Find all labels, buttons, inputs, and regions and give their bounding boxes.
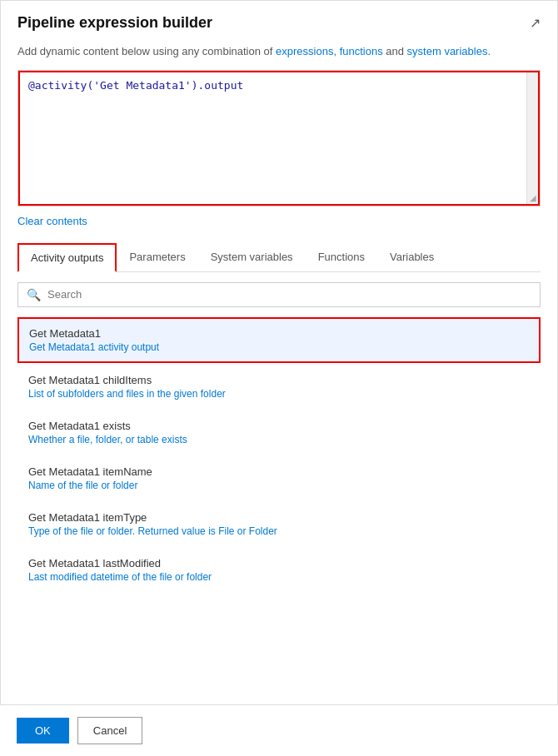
tabs-bar: Activity outputs Parameters System varia… <box>17 242 541 272</box>
list-item[interactable]: Get Metadata1 itemName Name of the file … <box>17 456 541 500</box>
tab-variables[interactable]: Variables <box>377 243 446 272</box>
cancel-button[interactable]: Cancel <box>77 717 142 744</box>
clear-contents-link[interactable]: Clear contents <box>1 206 557 236</box>
list-item[interactable]: Get Metadata1 Get Metadata1 activity out… <box>17 317 541 363</box>
subtitle: Add dynamic content below using any comb… <box>1 40 557 70</box>
search-box: 🔍 <box>17 282 541 307</box>
tab-functions[interactable]: Functions <box>306 243 377 272</box>
expression-input-box: @activity('Get Metadata1').output ◢ <box>18 71 540 206</box>
pipeline-expression-builder-dialog: Pipeline expression builder ↗ Add dynami… <box>0 0 558 756</box>
list-item-desc: Whether a file, folder, or table exists <box>28 434 530 445</box>
search-icon: 🔍 <box>27 288 41 301</box>
textarea-scrollbar[interactable] <box>526 72 538 204</box>
tab-parameters[interactable]: Parameters <box>117 243 197 272</box>
system-variables-link[interactable]: system variables. <box>407 45 491 57</box>
list-item-desc: Get Metadata1 activity output <box>29 341 529 353</box>
expression-textarea[interactable]: @activity('Get Metadata1').output <box>20 72 538 201</box>
dialog-footer: OK Cancel <box>0 704 558 756</box>
dialog-title: Pipeline expression builder <box>17 14 212 32</box>
expressions-link[interactable]: expressions, <box>276 45 336 57</box>
list-item-title: Get Metadata1 childItems <box>28 374 530 386</box>
list-item-desc: Type of the file or folder. Returned val… <box>28 525 530 537</box>
resize-handle[interactable]: ◢ <box>530 194 536 202</box>
list-item-desc: Name of the file or folder <box>28 480 530 491</box>
list-item[interactable]: Get Metadata1 lastModified Last modified… <box>17 548 541 592</box>
expand-icon[interactable]: ↗ <box>530 15 541 31</box>
items-list: Get Metadata1 Get Metadata1 activity out… <box>1 317 557 698</box>
ok-button[interactable]: OK <box>17 718 69 744</box>
list-item-title: Get Metadata1 lastModified <box>28 557 530 569</box>
expression-area: @activity('Get Metadata1').output ◢ <box>17 70 541 206</box>
tab-activity-outputs[interactable]: Activity outputs <box>17 243 117 272</box>
list-item-desc: List of subfolders and files in the give… <box>28 388 530 400</box>
list-item[interactable]: Get Metadata1 exists Whether a file, fol… <box>17 410 541 455</box>
list-item-title: Get Metadata1 exists <box>28 420 530 432</box>
list-item[interactable]: Get Metadata1 childItems List of subfold… <box>17 365 541 409</box>
tab-system-variables[interactable]: System variables <box>198 243 306 272</box>
list-item[interactable]: Get Metadata1 itemType Type of the file … <box>17 502 541 546</box>
list-item-title: Get Metadata1 itemName <box>28 465 530 478</box>
tabs-section: Activity outputs Parameters System varia… <box>1 236 557 282</box>
dialog-header: Pipeline expression builder ↗ <box>1 1 557 40</box>
list-item-title: Get Metadata1 itemType <box>28 511 530 524</box>
list-item-title: Get Metadata1 <box>29 327 529 340</box>
main-content: Activity outputs Parameters System varia… <box>1 236 557 756</box>
list-item-desc: Last modified datetime of the file or fo… <box>28 571 530 583</box>
search-input[interactable] <box>47 288 531 301</box>
functions-link[interactable]: functions <box>340 45 383 57</box>
